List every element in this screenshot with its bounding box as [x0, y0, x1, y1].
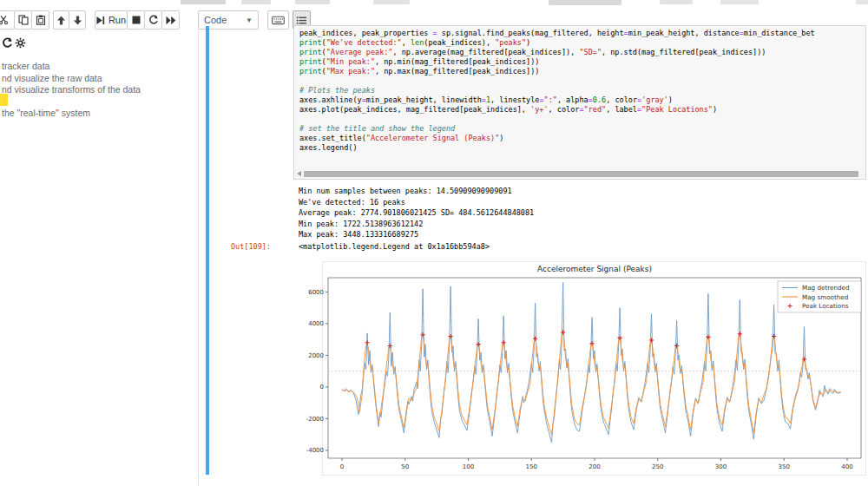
- code-token: print: [299, 57, 322, 66]
- code-line: axes.axhline(y=min_peak_height, linewidt…: [299, 95, 865, 105]
- code-token: axes.axhline(y: [299, 95, 362, 104]
- menu-ghost: [856, 0, 868, 4]
- fast-forward-icon: [166, 16, 176, 25]
- list-icon: [296, 16, 307, 25]
- horizontal-scrollbar[interactable]: [295, 169, 865, 178]
- code-token: "Accelerometer Signal (Peaks)": [366, 134, 500, 142]
- code-token: ): [668, 95, 673, 104]
- stdout-line: We've detected: 16 peaks: [299, 197, 534, 208]
- code-token: ): [713, 105, 717, 114]
- code-token: 'y+': [530, 105, 548, 114]
- toc-settings-gear-icon[interactable]: [15, 36, 26, 52]
- step-forward-icon: [96, 16, 105, 25]
- move-cell-down-button[interactable]: [69, 10, 86, 30]
- code-line: print("We've detected:", len(peak_indice…: [299, 38, 865, 48]
- restart-run-all-button[interactable]: [161, 10, 180, 30]
- menu-ghost: [181, 0, 226, 4]
- code-token: sp.signal.find_peaks(mag_filtered, heigh…: [437, 29, 624, 37]
- x-tick-label: 350: [779, 463, 790, 470]
- toc-highlight-marker: [0, 94, 8, 106]
- code-line: [299, 76, 865, 86]
- code-line: print("Average peak:", np.average(mag_fi…: [299, 48, 865, 57]
- menu-ghost: [549, 0, 621, 5]
- code-token: ): [526, 38, 530, 47]
- scrollbar-thumb[interactable]: [304, 171, 858, 177]
- code-token: ,: [402, 38, 411, 47]
- toc-refresh-icon[interactable]: [2, 36, 13, 52]
- toc-link-tracker-data[interactable]: tracker data: [2, 61, 49, 71]
- legend-label: Peak Locations: [802, 302, 849, 310]
- stdout-line: Max peak: 3448.133316689275: [299, 229, 534, 240]
- chevron-down-icon: ▼: [246, 16, 253, 24]
- toc-link-visualize-raw[interactable]: nd visualize the raw data: [2, 73, 102, 83]
- legend-label: Mag detrended: [802, 284, 850, 292]
- code-token: ): [499, 134, 503, 142]
- keyboard-shortcuts-button[interactable]: [267, 10, 289, 30]
- interrupt-kernel-button[interactable]: [127, 10, 145, 30]
- code-line: # set the title and show the legend: [299, 124, 865, 134]
- code-input-area[interactable]: peak_indices, peak_properties = sp.signa…: [293, 25, 866, 180]
- sidebar-divider: [198, 30, 199, 486]
- code-token: peak_indices, peak_properties: [299, 29, 433, 37]
- cell-type-value: Code: [204, 15, 227, 25]
- code-token: min_distance_bet: [744, 29, 815, 37]
- code-token: 'gray': [641, 95, 668, 104]
- arrow-up-icon: [56, 16, 66, 25]
- selected-cell-indicator[interactable]: [206, 26, 209, 475]
- cut-cell-button[interactable]: [0, 10, 15, 30]
- paste-cells-button[interactable]: [31, 10, 49, 30]
- toc-link-realtime-system[interactable]: the "real-time" system: [2, 108, 90, 118]
- code-token: axes.legend(): [299, 143, 358, 152]
- code-token: "Min peak:": [326, 57, 375, 66]
- code-editor[interactable]: peak_indices, peak_properties = sp.signa…: [299, 29, 865, 153]
- code-token: "SD=": [579, 48, 602, 56]
- toc-link-visualize-transforms[interactable]: nd visualize transforms of the data: [2, 84, 141, 95]
- code-token: , alpha: [557, 95, 589, 104]
- code-token: "Peak Locations": [641, 105, 713, 114]
- code-token: "peaks": [495, 38, 526, 47]
- restart-kernel-button[interactable]: [144, 10, 162, 30]
- menu-ghost: [373, 0, 410, 4]
- out-repr-text: <matplotlib.legend.Legend at 0x1a16bb594…: [299, 242, 490, 251]
- menu-ghost: [295, 0, 330, 4]
- out-prompt: Out[109]:: [231, 242, 271, 251]
- copy-cells-button[interactable]: [14, 10, 32, 30]
- x-tick-label: 300: [715, 463, 727, 470]
- code-token: 0.6: [593, 95, 606, 104]
- code-token: len: [411, 38, 424, 47]
- menu-ghost: [241, 0, 271, 4]
- chart-title: Accelerometer Signal (Peaks): [537, 265, 652, 273]
- x-tick-label: 0: [340, 463, 344, 470]
- keyboard-icon: [272, 15, 285, 25]
- y-tick-label: 2000: [308, 352, 324, 359]
- code-token: , np.average(mag_filtered[peak_indices])…: [392, 48, 579, 56]
- code-token: , np.max(mag_filtered[peak_indices])): [375, 67, 539, 76]
- stdout-line: Average peak: 2774.901806021425 SD= 484.…: [299, 207, 534, 219]
- legend-label: Mag smoothed: [802, 293, 848, 301]
- code-line: peak_indices, peak_properties = sp.signa…: [299, 29, 865, 38]
- x-tick-label: 400: [841, 463, 852, 470]
- x-tick-label: 50: [401, 463, 409, 470]
- scroll-left-arrow-icon[interactable]: [295, 169, 303, 178]
- cut-icon: [0, 15, 9, 25]
- code-token: min_peak_height, distance: [628, 29, 740, 37]
- move-cell-up-button[interactable]: [53, 10, 69, 30]
- stop-icon: [132, 16, 141, 24]
- y-tick-label: 4000: [308, 320, 324, 327]
- menubar-strip: [0, 0, 868, 6]
- stdout-line: Min num samples between peaks: 14.509090…: [299, 186, 534, 197]
- code-line: # Plots the peaks: [299, 86, 865, 95]
- code-token: , color: [606, 95, 637, 104]
- x-tick-label: 200: [589, 463, 600, 470]
- x-tick-label: 150: [526, 463, 537, 470]
- cell-output-text: Min num samples between peaks: 14.509090…: [299, 186, 534, 240]
- run-cell-button[interactable]: Run: [95, 10, 128, 30]
- run-button-label: Run: [108, 15, 126, 25]
- code-token: "We've detected:": [326, 38, 402, 47]
- code-line: axes.plot(peak_indices, mag_filtered[pea…: [299, 105, 865, 115]
- paste-icon: [36, 15, 46, 25]
- code-token: (peak_indices),: [424, 38, 495, 47]
- menu-ghost: [720, 0, 759, 4]
- refresh-icon: [148, 15, 159, 25]
- code-token: "Max peak:": [326, 67, 375, 76]
